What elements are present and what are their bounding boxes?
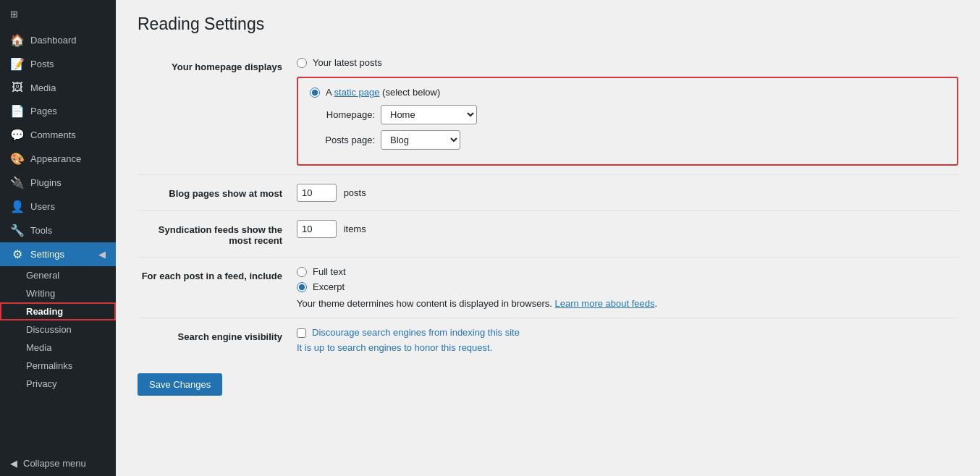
sidebar-item-dashboard[interactable]: 🏠 Dashboard bbox=[0, 28, 116, 52]
posts-page-select-label: Posts page: bbox=[310, 135, 375, 145]
users-icon: 👤 bbox=[10, 200, 25, 213]
syndication-row: Syndication feeds show the most recent i… bbox=[138, 211, 958, 258]
sidebar-item-label: Tools bbox=[30, 225, 52, 236]
syndication-suffix: items bbox=[344, 224, 366, 234]
tools-icon: 🔧 bbox=[10, 224, 25, 237]
submenu-item-reading[interactable]: Reading bbox=[0, 302, 116, 320]
search-visibility-checkbox-row: Discourage search engines from indexing … bbox=[297, 327, 958, 338]
homepage-select-row: Homepage: Home About Contact Sample Page bbox=[310, 105, 945, 124]
homepage-displays-row: Your homepage displays Your latest posts… bbox=[138, 48, 958, 175]
blog-pages-suffix: posts bbox=[344, 187, 366, 198]
learn-more-feeds-link[interactable]: Learn more about feeds bbox=[555, 298, 655, 309]
blog-pages-input[interactable] bbox=[297, 184, 337, 202]
submenu-item-writing[interactable]: Writing bbox=[0, 284, 116, 302]
syndication-label: Syndication feeds show the most recent bbox=[138, 211, 297, 258]
sidebar-item-label: Users bbox=[30, 201, 55, 212]
appearance-icon: 🎨 bbox=[10, 152, 25, 166]
feed-include-label: For each post in a feed, include bbox=[138, 258, 297, 318]
submenu-item-media[interactable]: Media bbox=[0, 339, 116, 357]
main-content: Reading Settings Your homepage displays … bbox=[116, 0, 980, 476]
wp-logo: ⊞ bbox=[0, 0, 116, 28]
sidebar-item-pages[interactable]: 📄 Pages bbox=[0, 99, 116, 123]
latest-posts-option: Your latest posts bbox=[297, 57, 958, 68]
collapse-icon: ◀ bbox=[10, 458, 17, 469]
wp-logo-icon: ⊞ bbox=[10, 9, 18, 20]
full-text-radio[interactable] bbox=[297, 267, 307, 277]
settings-arrow-icon: ◀ bbox=[98, 249, 106, 260]
sidebar-item-users[interactable]: 👤 Users bbox=[0, 195, 116, 218]
sidebar-item-comments[interactable]: 💬 Comments bbox=[0, 123, 116, 147]
sidebar-item-settings[interactable]: ⚙ Settings ◀ bbox=[0, 242, 116, 266]
search-note: It is up to search engines to honor this… bbox=[297, 342, 958, 353]
discourage-checkbox[interactable] bbox=[297, 328, 306, 338]
sidebar-item-label: Comments bbox=[30, 129, 76, 140]
feed-note: Your theme determines how content is dis… bbox=[297, 298, 958, 309]
sidebar-item-label: Pages bbox=[30, 106, 57, 116]
excerpt-option: Excerpt bbox=[297, 281, 958, 292]
submenu-item-general[interactable]: General bbox=[0, 266, 116, 284]
sidebar-item-label: Posts bbox=[30, 59, 54, 69]
homepage-select-label: Homepage: bbox=[310, 109, 375, 120]
homepage-displays-label: Your homepage displays bbox=[138, 48, 297, 175]
excerpt-label[interactable]: Excerpt bbox=[313, 281, 345, 292]
posts-icon: 📝 bbox=[10, 57, 25, 71]
search-visibility-content: Discourage search engines from indexing … bbox=[297, 318, 958, 362]
static-page-link[interactable]: static page bbox=[334, 87, 380, 98]
homepage-select[interactable]: Home About Contact Sample Page bbox=[381, 105, 477, 124]
excerpt-radio[interactable] bbox=[297, 282, 307, 292]
collapse-menu-button[interactable]: ◀ Collapse menu bbox=[0, 451, 116, 476]
search-visibility-label: Search engine visibility bbox=[138, 318, 297, 362]
sidebar-item-label: Plugins bbox=[30, 177, 62, 188]
media-icon: 🖼 bbox=[10, 81, 25, 94]
settings-submenu: General Writing Reading Discussion Media… bbox=[0, 266, 116, 393]
page-title: Reading Settings bbox=[138, 14, 958, 34]
submenu-item-privacy[interactable]: Privacy bbox=[0, 375, 116, 393]
pages-icon: 📄 bbox=[10, 104, 25, 118]
sidebar-item-tools[interactable]: 🔧 Tools bbox=[0, 218, 116, 242]
static-page-option: A static page (select below) bbox=[310, 87, 945, 98]
sidebar-item-media[interactable]: 🖼 Media bbox=[0, 76, 116, 99]
syndication-content: items bbox=[297, 211, 958, 258]
full-text-label[interactable]: Full text bbox=[313, 266, 346, 277]
settings-icon: ⚙ bbox=[10, 247, 25, 261]
collapse-label: Collapse menu bbox=[23, 458, 86, 469]
sidebar-item-appearance[interactable]: 🎨 Appearance bbox=[0, 147, 116, 171]
plugins-icon: 🔌 bbox=[10, 176, 25, 190]
static-page-box: A static page (select below) Homepage: H… bbox=[297, 77, 958, 166]
dashboard-icon: 🏠 bbox=[10, 33, 25, 47]
static-page-radio[interactable] bbox=[310, 88, 320, 98]
sidebar-item-label: Media bbox=[30, 82, 56, 93]
feed-radio-group: Full text Excerpt bbox=[297, 266, 958, 292]
submenu-item-discussion[interactable]: Discussion bbox=[0, 320, 116, 339]
sidebar: ⊞ 🏠 Dashboard 📝 Posts 🖼 Media 📄 Pages 💬 … bbox=[0, 0, 116, 476]
blog-pages-label: Blog pages show at most bbox=[138, 175, 297, 211]
sidebar-item-plugins[interactable]: 🔌 Plugins bbox=[0, 171, 116, 195]
sidebar-item-label: Appearance bbox=[30, 153, 81, 164]
submenu-item-permalinks[interactable]: Permalinks bbox=[0, 357, 116, 375]
syndication-input[interactable] bbox=[297, 220, 337, 238]
comments-icon: 💬 bbox=[10, 128, 25, 142]
sidebar-item-label: Dashboard bbox=[30, 35, 77, 46]
sidebar-item-label: Settings bbox=[30, 249, 64, 260]
save-changes-button[interactable]: Save Changes bbox=[138, 373, 222, 396]
page-selects: Homepage: Home About Contact Sample Page… bbox=[310, 105, 945, 150]
settings-table: Your homepage displays Your latest posts… bbox=[138, 48, 958, 362]
search-visibility-row: Search engine visibility Discourage sear… bbox=[138, 318, 958, 362]
full-text-option: Full text bbox=[297, 266, 958, 277]
latest-posts-label[interactable]: Your latest posts bbox=[313, 57, 382, 68]
feed-include-row: For each post in a feed, include Full te… bbox=[138, 258, 958, 318]
static-page-label: A static page (select below) bbox=[326, 87, 440, 98]
blog-pages-content: posts bbox=[297, 175, 958, 211]
posts-page-select-row: Posts page: Blog News Posts bbox=[310, 130, 945, 150]
feed-include-content: Full text Excerpt Your theme determines … bbox=[297, 258, 958, 318]
posts-page-select[interactable]: Blog News Posts bbox=[381, 130, 460, 150]
blog-pages-row: Blog pages show at most posts bbox=[138, 175, 958, 211]
sidebar-item-posts[interactable]: 📝 Posts bbox=[0, 52, 116, 76]
discourage-label[interactable]: Discourage search engines from indexing … bbox=[312, 327, 520, 338]
latest-posts-radio[interactable] bbox=[297, 58, 307, 68]
homepage-radio-group: Your latest posts A static page (select … bbox=[297, 57, 958, 166]
homepage-displays-content: Your latest posts A static page (select … bbox=[297, 48, 958, 175]
